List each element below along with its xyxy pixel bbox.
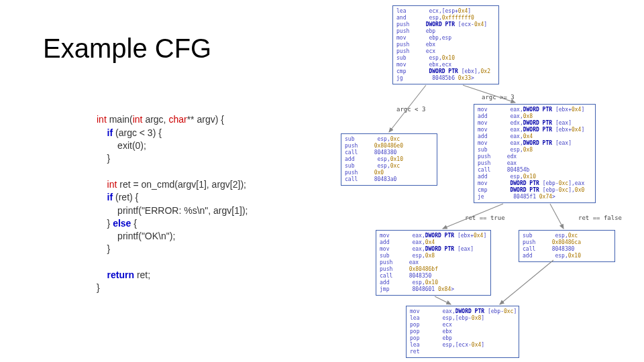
svg-line-5	[435, 296, 451, 304]
cfg-block-err: mov eax,DWORD PTR [ebx+0x4] add eax,0x4 …	[376, 230, 491, 296]
edge-label-ret-true: ret == true	[465, 215, 505, 221]
svg-line-4	[550, 204, 564, 229]
cfg-block-oncmd: mov eax,DWORD PTR [ebx+0x4] add eax,0x8 …	[474, 104, 596, 203]
cfg-block-ok: sub esp,0xc push 0x80486ca call 8048380 …	[519, 230, 615, 262]
cfg-block-ret: mov eax,DWORD PTR [ebp-0xc] lea esp,[ebp…	[406, 306, 519, 358]
page-title: Example CFG	[43, 34, 211, 64]
edge-label-argc-lt3: argc < 3	[396, 106, 425, 113]
edge-label-argc-ge3: argc >= 3	[482, 94, 515, 101]
cfg-block-exit0: sub esp,0xc push 0x80486e0 call 8048380 …	[341, 133, 437, 186]
source-code: int main(int argc, char** argv) { if (ar…	[97, 101, 248, 295]
cfg-block-entry: lea ecx,[esp+0x4] and esp,0xfffffff0 pus…	[392, 5, 499, 84]
svg-line-6	[500, 260, 553, 304]
edge-label-ret-false: ret == false	[578, 215, 622, 221]
